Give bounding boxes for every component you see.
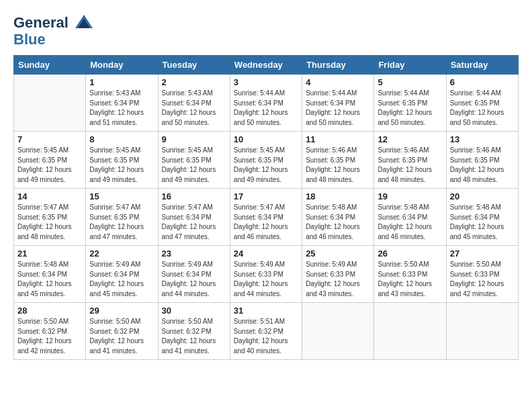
weekday-header-tuesday: Tuesday — [158, 56, 230, 75]
day-number: 14 — [17, 191, 82, 201]
day-number: 31 — [234, 306, 298, 316]
day-info: Sunrise: 5:50 AM Sunset: 6:32 PM Dayligh… — [89, 317, 154, 356]
calendar-day-31: 31Sunrise: 5:51 AM Sunset: 6:32 PM Dayli… — [230, 303, 302, 360]
week-row-5: 28Sunrise: 5:50 AM Sunset: 6:32 PM Dayli… — [14, 303, 519, 360]
calendar-day-27: 27Sunrise: 5:50 AM Sunset: 6:33 PM Dayli… — [446, 246, 518, 303]
calendar-day-24: 24Sunrise: 5:49 AM Sunset: 6:33 PM Dayli… — [230, 246, 302, 303]
calendar-table: SundayMondayTuesdayWednesdayThursdayFrid… — [13, 55, 519, 360]
calendar-day-29: 29Sunrise: 5:50 AM Sunset: 6:32 PM Dayli… — [86, 303, 158, 360]
calendar-day-30: 30Sunrise: 5:50 AM Sunset: 6:32 PM Dayli… — [158, 303, 230, 360]
day-info: Sunrise: 5:45 AM Sunset: 6:35 PM Dayligh… — [17, 146, 82, 185]
weekday-header-sunday: Sunday — [14, 56, 86, 75]
weekday-header-wednesday: Wednesday — [230, 56, 302, 75]
day-number: 10 — [234, 134, 298, 144]
day-number: 5 — [378, 77, 442, 87]
day-number: 29 — [89, 306, 154, 316]
weekday-header-friday: Friday — [374, 56, 446, 75]
day-number: 18 — [306, 191, 370, 201]
calendar-empty — [446, 303, 518, 360]
week-row-3: 14Sunrise: 5:47 AM Sunset: 6:35 PM Dayli… — [14, 189, 519, 246]
day-number: 13 — [450, 134, 515, 144]
day-info: Sunrise: 5:49 AM Sunset: 6:33 PM Dayligh… — [306, 260, 370, 299]
calendar-empty — [14, 75, 86, 132]
calendar-day-25: 25Sunrise: 5:49 AM Sunset: 6:33 PM Dayli… — [302, 246, 374, 303]
day-info: Sunrise: 5:45 AM Sunset: 6:35 PM Dayligh… — [162, 146, 226, 185]
week-row-2: 7Sunrise: 5:45 AM Sunset: 6:35 PM Daylig… — [14, 132, 519, 189]
week-row-4: 21Sunrise: 5:48 AM Sunset: 6:34 PM Dayli… — [14, 246, 519, 303]
day-info: Sunrise: 5:43 AM Sunset: 6:34 PM Dayligh… — [89, 89, 154, 128]
day-info: Sunrise: 5:45 AM Sunset: 6:35 PM Dayligh… — [234, 146, 298, 185]
day-number: 4 — [306, 77, 370, 87]
day-info: Sunrise: 5:47 AM Sunset: 6:35 PM Dayligh… — [17, 203, 82, 242]
day-number: 30 — [162, 306, 226, 316]
logo: General Blue — [13, 13, 94, 48]
day-info: Sunrise: 5:48 AM Sunset: 6:34 PM Dayligh… — [306, 203, 370, 242]
calendar-day-23: 23Sunrise: 5:49 AM Sunset: 6:34 PM Dayli… — [158, 246, 230, 303]
calendar-day-2: 2Sunrise: 5:43 AM Sunset: 6:34 PM Daylig… — [158, 75, 230, 132]
calendar-day-19: 19Sunrise: 5:48 AM Sunset: 6:34 PM Dayli… — [374, 189, 446, 246]
day-number: 12 — [378, 134, 442, 144]
day-info: Sunrise: 5:46 AM Sunset: 6:35 PM Dayligh… — [450, 146, 515, 185]
day-number: 27 — [450, 248, 515, 259]
day-number: 16 — [162, 191, 226, 201]
day-number: 17 — [234, 191, 298, 201]
day-info: Sunrise: 5:48 AM Sunset: 6:34 PM Dayligh… — [378, 203, 442, 242]
day-number: 24 — [234, 248, 298, 259]
calendar-day-20: 20Sunrise: 5:48 AM Sunset: 6:34 PM Dayli… — [446, 189, 518, 246]
calendar-day-1: 1Sunrise: 5:43 AM Sunset: 6:34 PM Daylig… — [86, 75, 158, 132]
day-number: 15 — [89, 191, 154, 201]
day-info: Sunrise: 5:49 AM Sunset: 6:34 PM Dayligh… — [89, 260, 154, 299]
calendar-empty — [374, 303, 446, 360]
day-number: 26 — [378, 248, 442, 259]
day-number: 25 — [306, 248, 370, 259]
calendar-day-13: 13Sunrise: 5:46 AM Sunset: 6:35 PM Dayli… — [446, 132, 518, 189]
calendar-day-9: 9Sunrise: 5:45 AM Sunset: 6:35 PM Daylig… — [158, 132, 230, 189]
day-number: 20 — [450, 191, 515, 201]
calendar-day-17: 17Sunrise: 5:47 AM Sunset: 6:34 PM Dayli… — [230, 189, 302, 246]
day-number: 28 — [17, 306, 82, 316]
day-number: 11 — [306, 134, 370, 144]
calendar-day-7: 7Sunrise: 5:45 AM Sunset: 6:35 PM Daylig… — [14, 132, 86, 189]
calendar-day-15: 15Sunrise: 5:47 AM Sunset: 6:35 PM Dayli… — [86, 189, 158, 246]
calendar-day-21: 21Sunrise: 5:48 AM Sunset: 6:34 PM Dayli… — [14, 246, 86, 303]
calendar-day-18: 18Sunrise: 5:48 AM Sunset: 6:34 PM Dayli… — [302, 189, 374, 246]
week-row-1: 1Sunrise: 5:43 AM Sunset: 6:34 PM Daylig… — [14, 75, 519, 132]
day-number: 21 — [17, 248, 82, 259]
day-number: 22 — [89, 248, 154, 259]
day-info: Sunrise: 5:50 AM Sunset: 6:32 PM Dayligh… — [17, 317, 82, 356]
day-number: 7 — [17, 134, 82, 144]
calendar-header-row: SundayMondayTuesdayWednesdayThursdayFrid… — [14, 56, 519, 75]
day-info: Sunrise: 5:44 AM Sunset: 6:35 PM Dayligh… — [450, 89, 515, 128]
page-header: General Blue — [13, 13, 519, 48]
calendar-day-26: 26Sunrise: 5:50 AM Sunset: 6:33 PM Dayli… — [374, 246, 446, 303]
weekday-header-monday: Monday — [86, 56, 158, 75]
day-number: 23 — [162, 248, 226, 259]
calendar-empty — [302, 303, 374, 360]
day-number: 1 — [89, 77, 154, 87]
day-info: Sunrise: 5:51 AM Sunset: 6:32 PM Dayligh… — [234, 317, 298, 356]
day-info: Sunrise: 5:47 AM Sunset: 6:34 PM Dayligh… — [162, 203, 226, 242]
day-number: 8 — [89, 134, 154, 144]
calendar-day-22: 22Sunrise: 5:49 AM Sunset: 6:34 PM Dayli… — [86, 246, 158, 303]
calendar-day-3: 3Sunrise: 5:44 AM Sunset: 6:34 PM Daylig… — [230, 75, 302, 132]
calendar-day-16: 16Sunrise: 5:47 AM Sunset: 6:34 PM Dayli… — [158, 189, 230, 246]
day-info: Sunrise: 5:44 AM Sunset: 6:34 PM Dayligh… — [234, 89, 298, 128]
day-number: 19 — [378, 191, 442, 201]
calendar-day-11: 11Sunrise: 5:46 AM Sunset: 6:35 PM Dayli… — [302, 132, 374, 189]
day-number: 2 — [162, 77, 226, 87]
day-info: Sunrise: 5:45 AM Sunset: 6:35 PM Dayligh… — [89, 146, 154, 185]
day-info: Sunrise: 5:44 AM Sunset: 6:34 PM Dayligh… — [306, 89, 370, 128]
day-info: Sunrise: 5:47 AM Sunset: 6:35 PM Dayligh… — [89, 203, 154, 242]
calendar-day-5: 5Sunrise: 5:44 AM Sunset: 6:35 PM Daylig… — [374, 75, 446, 132]
day-info: Sunrise: 5:50 AM Sunset: 6:32 PM Dayligh… — [162, 317, 226, 356]
calendar-day-6: 6Sunrise: 5:44 AM Sunset: 6:35 PM Daylig… — [446, 75, 518, 132]
day-info: Sunrise: 5:49 AM Sunset: 6:34 PM Dayligh… — [162, 260, 226, 299]
day-info: Sunrise: 5:46 AM Sunset: 6:35 PM Dayligh… — [378, 146, 442, 185]
calendar-day-8: 8Sunrise: 5:45 AM Sunset: 6:35 PM Daylig… — [86, 132, 158, 189]
day-info: Sunrise: 5:46 AM Sunset: 6:35 PM Dayligh… — [306, 146, 370, 185]
calendar-day-14: 14Sunrise: 5:47 AM Sunset: 6:35 PM Dayli… — [14, 189, 86, 246]
calendar-day-10: 10Sunrise: 5:45 AM Sunset: 6:35 PM Dayli… — [230, 132, 302, 189]
calendar-day-4: 4Sunrise: 5:44 AM Sunset: 6:34 PM Daylig… — [302, 75, 374, 132]
day-info: Sunrise: 5:48 AM Sunset: 6:34 PM Dayligh… — [450, 203, 515, 242]
day-info: Sunrise: 5:49 AM Sunset: 6:33 PM Dayligh… — [234, 260, 298, 299]
